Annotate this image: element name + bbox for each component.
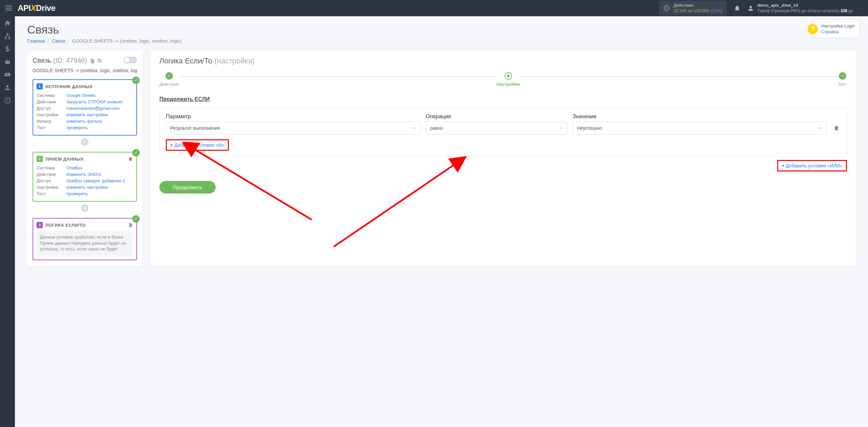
svg-rect-2 [5, 37, 6, 38]
home-icon[interactable] [4, 20, 11, 26]
actions-counter[interactable]: i Действия: 22'105 из 100'000 (22%) [658, 1, 727, 15]
add-button[interactable]: + [81, 204, 88, 212]
param-select[interactable]: Результат выполнения [166, 122, 420, 135]
briefcase-icon[interactable] [4, 58, 11, 65]
source-card[interactable]: 1ИСТОЧНИК ДАННЫХ СистемаGoogle Sheets Де… [33, 79, 137, 136]
plus-icon: + [782, 163, 784, 168]
add-or-button[interactable]: + Добавить условие «ИЛИ» [777, 160, 847, 171]
svg-line-9 [334, 164, 456, 247]
youtube-icon[interactable] [4, 71, 11, 78]
add-and-button[interactable]: + Добавить условие «И» [166, 139, 229, 151]
top-header: APIXDrive i Действия: 22'105 из 100'000 … [0, 0, 868, 16]
avatar-icon [747, 5, 754, 12]
menu-icon[interactable] [4, 3, 14, 13]
svg-text:?: ? [6, 98, 8, 102]
side-rail: ? [0, 16, 15, 427]
svg-point-0 [750, 6, 752, 8]
delete-row-button[interactable] [832, 122, 841, 135]
user-icon[interactable] [4, 84, 11, 91]
copy-icon[interactable] [90, 58, 95, 64]
help-icon[interactable]: ? [4, 97, 11, 104]
operation-select[interactable]: равно [426, 122, 567, 135]
step-action[interactable]: Действие [159, 72, 179, 87]
stepper: Действие Настройки Тест [159, 72, 847, 87]
user-menu[interactable]: demo_apix_drive_s3 Тариф |Премиум PRO| д… [747, 3, 864, 14]
check-icon [132, 149, 140, 157]
bell-icon[interactable] [734, 5, 741, 12]
trash-icon [833, 125, 840, 131]
chevron-down-icon [818, 126, 823, 130]
section-header: Продолжить ЕСЛИ [159, 96, 847, 102]
step-test[interactable]: Тест [838, 72, 847, 87]
plus-icon: + [170, 142, 173, 148]
enable-toggle[interactable] [123, 57, 137, 63]
logic-card[interactable]: 3ЛОГИКА ЕСЛИ/ТО Данное условие сработает… [33, 218, 137, 260]
chevron-down-icon [558, 126, 563, 130]
sitemap-icon[interactable] [4, 33, 11, 39]
question-icon: ? [808, 24, 818, 34]
chevron-down-icon [412, 126, 416, 130]
trash-icon[interactable] [128, 157, 133, 161]
info-icon: i [663, 5, 670, 12]
breadcrumb: Главная/ Связи/ GOOGLE SHEETS -> (onebox… [27, 38, 856, 44]
gear-icon[interactable] [96, 58, 102, 64]
dest-card[interactable]: 2ПРИЕМ ДАННЫХ СистемаOneBox ДействиеИзме… [33, 152, 137, 202]
value-select[interactable]: Неуспешно [572, 122, 827, 135]
check-icon [132, 77, 140, 84]
left-panel: Связь (ID: 47946) GOOGLE SHEETS -> (oneb… [27, 50, 142, 266]
svg-rect-3 [9, 37, 10, 38]
help-card[interactable]: ? Настройка Logic Справка [813, 20, 860, 38]
logo[interactable]: APIXDrive [18, 3, 56, 13]
chevron-down-icon [859, 6, 864, 11]
step-settings[interactable]: Настройки [497, 72, 520, 87]
dollar-icon[interactable] [4, 45, 11, 52]
continue-button[interactable]: Продолжить [159, 181, 216, 194]
doc-icon[interactable] [128, 223, 133, 227]
right-panel: Логика Если/То (настройка) Действие Наст… [151, 50, 856, 266]
page-title: Связь [27, 23, 856, 36]
check-icon [132, 215, 140, 223]
condition-box: Параметр Результат выполнения Операция р… [159, 108, 847, 157]
svg-rect-1 [7, 33, 8, 34]
add-button[interactable]: + [81, 138, 88, 146]
svg-point-5 [6, 85, 9, 87]
